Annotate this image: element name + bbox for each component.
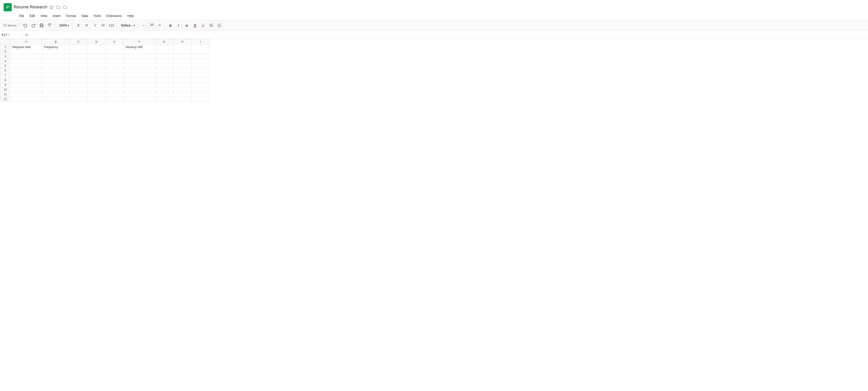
doc-title[interactable]: Resume Research xyxy=(13,5,47,10)
menu-tools[interactable]: Tools xyxy=(91,13,104,19)
cell-5-E[interactable] xyxy=(105,64,124,68)
cell-9-H[interactable] xyxy=(174,83,191,87)
col-header-G[interactable]: G xyxy=(155,39,174,45)
italic-button[interactable]: I xyxy=(175,22,182,29)
cell-1-C[interactable] xyxy=(69,45,88,49)
menu-extensions[interactable]: Extensions xyxy=(103,13,124,19)
cell-10-G[interactable] xyxy=(155,87,174,92)
cell-12-H[interactable] xyxy=(174,97,191,102)
spreadsheet-container[interactable]: A B C D E F G H I 1Required SkillFrequen… xyxy=(0,39,868,391)
cell-reference[interactable]: K17 ▾ xyxy=(2,33,20,37)
cell-3-D[interactable] xyxy=(88,54,105,59)
cell-2-E[interactable] xyxy=(105,49,124,54)
menu-data[interactable]: Data xyxy=(79,13,91,19)
cell-5-G[interactable] xyxy=(155,64,174,68)
cell-4-B[interactable] xyxy=(42,59,69,64)
col-header-F[interactable]: F xyxy=(124,39,155,45)
cell-7-I[interactable] xyxy=(191,73,210,78)
fill-color-button[interactable] xyxy=(199,22,207,29)
cell-3-A[interactable] xyxy=(11,54,42,59)
decimal-dec-button[interactable]: .0 xyxy=(91,22,98,29)
cell-4-A[interactable] xyxy=(11,59,42,64)
cell-ref-dropdown[interactable]: ▾ xyxy=(8,33,9,36)
cell-1-H[interactable] xyxy=(174,45,191,49)
cell-4-G[interactable] xyxy=(155,59,174,64)
cell-8-C[interactable] xyxy=(69,78,88,83)
font-size-input[interactable]: 10 xyxy=(147,22,156,29)
cell-3-I[interactable] xyxy=(191,54,210,59)
menu-insert[interactable]: Insert xyxy=(50,13,63,19)
col-header-E[interactable]: E xyxy=(105,39,124,45)
menu-view[interactable]: View xyxy=(38,13,50,19)
cell-8-B[interactable] xyxy=(42,78,69,83)
print-button[interactable] xyxy=(38,22,45,29)
cell-6-G[interactable] xyxy=(155,68,174,73)
cell-9-A[interactable] xyxy=(11,83,42,87)
cell-6-D[interactable] xyxy=(88,68,105,73)
cell-1-F[interactable]: Vacancy URL xyxy=(124,45,155,49)
cell-4-C[interactable] xyxy=(69,59,88,64)
menu-format[interactable]: Format xyxy=(63,13,79,19)
cell-11-D[interactable] xyxy=(88,92,105,97)
cell-8-I[interactable] xyxy=(191,78,210,83)
cell-2-A[interactable] xyxy=(11,49,42,54)
cell-11-A[interactable] xyxy=(11,92,42,97)
cell-11-B[interactable] xyxy=(42,92,69,97)
cell-8-G[interactable] xyxy=(155,78,174,83)
cell-12-G[interactable] xyxy=(155,97,174,102)
cell-9-D[interactable] xyxy=(88,83,105,87)
cell-1-A[interactable]: Required Skill xyxy=(11,45,42,49)
format-123-button[interactable]: 123 xyxy=(107,22,115,29)
cell-2-C[interactable] xyxy=(69,49,88,54)
cell-3-F[interactable] xyxy=(124,54,155,59)
cell-3-H[interactable] xyxy=(174,54,191,59)
cell-7-B[interactable] xyxy=(42,73,69,78)
borders-button[interactable] xyxy=(208,22,215,29)
cell-12-E[interactable] xyxy=(105,97,124,102)
cell-8-D[interactable] xyxy=(88,78,105,83)
cell-5-D[interactable] xyxy=(88,64,105,68)
cell-3-E[interactable] xyxy=(105,54,124,59)
percent-button[interactable]: % xyxy=(83,22,90,29)
cell-10-H[interactable] xyxy=(174,87,191,92)
text-color-button[interactable]: A xyxy=(191,22,198,29)
col-header-C[interactable]: C xyxy=(69,39,88,45)
cell-6-A[interactable] xyxy=(11,68,42,73)
cell-9-I[interactable] xyxy=(191,83,210,87)
col-header-B[interactable]: B xyxy=(42,39,69,45)
cell-7-A[interactable] xyxy=(11,73,42,78)
cell-10-B[interactable] xyxy=(42,87,69,92)
cell-6-H[interactable] xyxy=(174,68,191,73)
folder-icon[interactable] xyxy=(56,5,61,10)
undo-button[interactable] xyxy=(22,22,29,29)
cell-4-F[interactable] xyxy=(124,59,155,64)
strikethrough-button[interactable]: S xyxy=(183,22,190,29)
currency-button[interactable]: $ xyxy=(75,22,82,29)
cell-3-C[interactable] xyxy=(69,54,88,59)
cell-2-F[interactable] xyxy=(124,49,155,54)
cell-1-E[interactable] xyxy=(105,45,124,49)
col-header-I[interactable]: I xyxy=(191,39,210,45)
cell-5-B[interactable] xyxy=(42,64,69,68)
cell-12-A[interactable] xyxy=(11,97,42,102)
cell-9-C[interactable] xyxy=(69,83,88,87)
search-icon[interactable]: Menus xyxy=(2,22,18,29)
cell-11-G[interactable] xyxy=(155,92,174,97)
redo-button[interactable] xyxy=(30,22,37,29)
cell-11-C[interactable] xyxy=(69,92,88,97)
cell-5-I[interactable] xyxy=(191,64,210,68)
star-icon[interactable] xyxy=(49,5,54,10)
cell-11-F[interactable] xyxy=(124,92,155,97)
menu-help[interactable]: Help xyxy=(125,13,136,19)
cell-11-H[interactable] xyxy=(174,92,191,97)
cell-1-D[interactable] xyxy=(88,45,105,49)
col-header-H[interactable]: H xyxy=(174,39,191,45)
cell-6-I[interactable] xyxy=(191,68,210,73)
cell-6-F[interactable] xyxy=(124,68,155,73)
cell-9-G[interactable] xyxy=(155,83,174,87)
cell-1-I[interactable] xyxy=(191,45,210,49)
cell-10-I[interactable] xyxy=(191,87,210,92)
cell-9-B[interactable] xyxy=(42,83,69,87)
cell-4-D[interactable] xyxy=(88,59,105,64)
font-dropdown[interactable]: Defaul... ▾ xyxy=(119,22,136,29)
